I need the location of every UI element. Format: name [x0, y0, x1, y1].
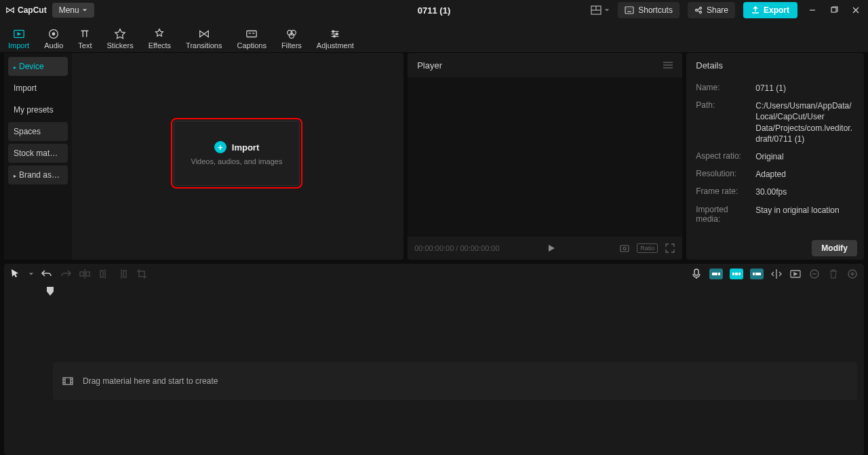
- detail-imported: Imported media:Stay in original location: [696, 205, 854, 224]
- svg-rect-36: [80, 272, 83, 276]
- redo-button: [60, 268, 72, 280]
- svg-point-17: [52, 33, 55, 35]
- svg-point-29: [334, 35, 336, 37]
- sidebar-item-brand[interactable]: ▸Brand assets: [8, 165, 68, 184]
- export-button[interactable]: Export: [743, 2, 797, 18]
- adjustment-icon: [329, 28, 341, 40]
- tab-import[interactable]: Import: [8, 28, 29, 52]
- detail-fps: Frame rate:30.00fps: [696, 186, 854, 197]
- film-icon: [62, 377, 73, 385]
- share-button[interactable]: Share: [688, 2, 735, 18]
- ratio-button[interactable]: Ratio: [637, 243, 658, 253]
- import-icon: [13, 28, 25, 40]
- svg-rect-57: [63, 378, 73, 384]
- sidebar-item-presets[interactable]: My presets: [8, 100, 68, 119]
- app-logo: CapCut: [5, 5, 47, 15]
- svg-rect-18: [247, 31, 256, 37]
- export-icon: [751, 6, 760, 14]
- svg-point-27: [332, 31, 334, 33]
- captions-icon: [245, 28, 258, 40]
- export-label: Export: [764, 5, 789, 15]
- tab-audio[interactable]: Audio: [44, 28, 63, 52]
- magnet-center-button[interactable]: [730, 269, 743, 279]
- details-title: Details: [696, 60, 723, 71]
- tab-adjustment[interactable]: Adjustment: [317, 28, 354, 52]
- svg-rect-49: [755, 273, 761, 275]
- hamburger-icon[interactable]: [663, 61, 673, 69]
- timeline[interactable]: Drag material here and start to create: [4, 284, 864, 455]
- main-tabs: Import Audio Text Stickers Effects Trans…: [0, 20, 868, 53]
- import-subtitle: Videos, audios, and images: [191, 157, 283, 165]
- keyboard-icon: [625, 6, 634, 14]
- magnet-left-button[interactable]: [709, 269, 723, 279]
- modify-button[interactable]: Modify: [812, 240, 857, 256]
- play-button[interactable]: [547, 244, 555, 252]
- snapshot-icon[interactable]: [619, 243, 630, 254]
- titlebar: CapCut Menu 0711 (1) Shortcuts Share Exp…: [0, 0, 868, 20]
- audio-icon: [47, 28, 60, 40]
- sidebar-item-import[interactable]: Import: [8, 79, 68, 98]
- time-display: 00:00:00:00 / 00:00:00:00: [414, 244, 499, 252]
- minimize-button[interactable]: [806, 3, 819, 17]
- logo-text: CapCut: [18, 5, 47, 15]
- share-icon: [694, 6, 703, 14]
- svg-point-34: [623, 248, 626, 250]
- trim-left-button: [98, 268, 110, 280]
- sidebar-item-spaces[interactable]: Spaces: [8, 122, 68, 141]
- player-title: Player: [417, 60, 442, 71]
- tab-transitions[interactable]: Transitions: [186, 28, 222, 52]
- timeline-gutter: [4, 284, 53, 455]
- zoom-slider-minus[interactable]: [808, 268, 821, 280]
- detail-name: Name:0711 (1): [696, 83, 854, 94]
- tab-stickers[interactable]: Stickers: [107, 28, 134, 52]
- chevron-down-icon: [604, 7, 610, 13]
- microphone-button[interactable]: [690, 268, 703, 280]
- player-viewport[interactable]: [408, 77, 682, 237]
- svg-point-9: [699, 7, 701, 9]
- player-panel: Player 00:00:00:00 / 00:00:00:00 Ratio: [408, 53, 682, 260]
- shortcuts-label: Shortcuts: [638, 5, 673, 15]
- svg-rect-37: [86, 272, 90, 276]
- effects-icon: [153, 28, 165, 40]
- chevron-down-icon: [82, 7, 87, 13]
- pointer-tool[interactable]: [9, 268, 22, 280]
- tab-text[interactable]: Text: [78, 28, 92, 52]
- timeline-tracks[interactable]: Drag material here and start to create: [53, 284, 864, 455]
- timeline-drop-zone[interactable]: Drag material here and start to create: [53, 362, 857, 400]
- menu-button[interactable]: Menu: [52, 3, 94, 18]
- undo-button[interactable]: [41, 268, 53, 280]
- zoom-slider-plus[interactable]: [846, 268, 859, 280]
- player-header: Player: [408, 53, 682, 77]
- chevron-down-icon[interactable]: [28, 271, 34, 277]
- fullscreen-icon[interactable]: [665, 243, 675, 254]
- svg-point-28: [336, 33, 338, 35]
- svg-rect-12: [831, 7, 836, 12]
- stickers-icon: [114, 28, 126, 40]
- media-panel: ▸Device Import My presets Spaces Stock m…: [4, 53, 403, 260]
- shortcuts-button[interactable]: Shortcuts: [618, 2, 679, 18]
- svg-rect-41: [123, 271, 126, 277]
- align-button[interactable]: [770, 268, 783, 280]
- preview-button[interactable]: [789, 268, 802, 280]
- svg-rect-38: [100, 271, 103, 277]
- media-sidebar: ▸Device Import My presets Spaces Stock m…: [4, 53, 72, 260]
- project-title: 0711 (1): [418, 5, 450, 16]
- sidebar-item-stock[interactable]: Stock mater...: [8, 144, 68, 163]
- layout-icon: [591, 5, 601, 15]
- import-box[interactable]: + Import Videos, audios, and images: [174, 121, 300, 186]
- tab-effects[interactable]: Effects: [149, 28, 171, 52]
- magnet-right-button[interactable]: [750, 269, 764, 279]
- layout-toggle[interactable]: [591, 5, 610, 15]
- logo-icon: [5, 5, 15, 15]
- share-label: Share: [707, 5, 728, 15]
- player-controls: 00:00:00:00 / 00:00:00:00 Ratio: [408, 237, 682, 260]
- close-button[interactable]: [849, 3, 863, 17]
- media-drop-area: + Import Videos, audios, and images: [72, 53, 403, 260]
- sidebar-item-device[interactable]: ▸Device: [8, 57, 68, 76]
- transitions-icon: [198, 28, 210, 40]
- text-icon: [79, 28, 91, 40]
- tab-captions[interactable]: Captions: [237, 28, 266, 52]
- svg-point-8: [695, 9, 697, 12]
- tab-filters[interactable]: Filters: [281, 28, 302, 52]
- maximize-button[interactable]: [827, 3, 841, 17]
